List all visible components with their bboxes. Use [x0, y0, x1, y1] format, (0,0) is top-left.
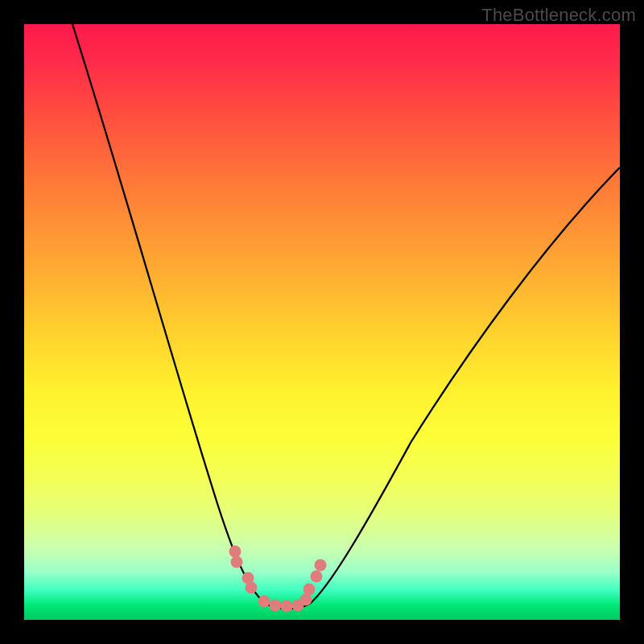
marker-dot — [281, 601, 293, 613]
marker-dot — [311, 571, 323, 583]
watermark-text: TheBottleneck.com — [481, 5, 636, 26]
curve-right-branch — [310, 167, 620, 604]
marker-dot — [246, 582, 258, 594]
plot-area — [24, 24, 620, 620]
marker-dot — [231, 556, 243, 568]
marker-dot — [229, 546, 242, 558]
marker-dot — [303, 584, 316, 596]
chart-frame: TheBottleneck.com — [0, 0, 644, 644]
chart-svg — [24, 24, 620, 620]
marker-dot — [315, 559, 327, 572]
marker-dot — [300, 594, 312, 606]
curve-left-branch — [72, 24, 266, 604]
marker-dot — [258, 596, 270, 608]
marker-dot — [270, 600, 282, 612]
